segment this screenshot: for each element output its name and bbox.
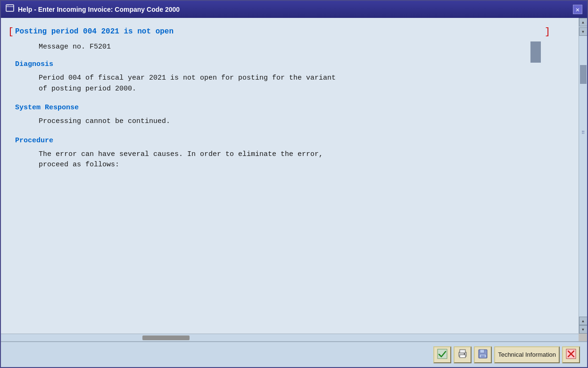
- print-button[interactable]: [454, 346, 472, 363]
- bottom-action-bar: Technical Information: [1, 341, 587, 367]
- confirm-button[interactable]: [433, 346, 451, 363]
- error-section: [ ] Posting period 004 2021 is not open: [15, 27, 564, 36]
- title-bar-left: ✎ Help - Enter Incoming Invoice: Company…: [6, 4, 180, 15]
- technical-info-label: Technical Information: [498, 351, 556, 358]
- system-response-content: Processing cannot be continued.: [39, 116, 564, 127]
- title-bar: ✎ Help - Enter Incoming Invoice: Company…: [1, 1, 587, 18]
- save-icon: [478, 349, 488, 360]
- scroll-thumb[interactable]: [580, 65, 587, 84]
- scroll-track: ⠿: [579, 36, 587, 317]
- system-response-label: System Response: [15, 104, 564, 112]
- svg-rect-6: [460, 355, 465, 358]
- h-scroll-thumb[interactable]: [142, 335, 190, 340]
- scroll-grip: ⠿: [579, 130, 587, 136]
- main-window: ✎ Help - Enter Incoming Invoice: Company…: [0, 0, 588, 368]
- gray-box-decoration: [530, 41, 541, 63]
- main-content: [ ] Posting period 004 2021 is not open …: [1, 18, 579, 334]
- svg-text:✎: ✎: [7, 4, 8, 7]
- scroll-down-bottom-button[interactable]: ▼: [579, 325, 588, 334]
- horizontal-scrollbar: [1, 334, 579, 341]
- window-title: Help - Enter Incoming Invoice: Company C…: [18, 6, 180, 13]
- h-scroll-track: [1, 335, 579, 341]
- message-number: Message no. F5201: [39, 43, 564, 51]
- cancel-icon: [566, 349, 576, 360]
- vertical-scrollbar[interactable]: ▲ ▼ ⠿ ▲ ▼: [579, 18, 587, 334]
- confirm-icon: [437, 349, 447, 360]
- content-area: [ ] Posting period 004 2021 is not open …: [1, 18, 587, 334]
- print-icon: [457, 349, 468, 360]
- scroll-up-bottom-button[interactable]: ▲: [579, 317, 588, 325]
- diagnosis-label: Diagnosis: [15, 60, 564, 68]
- technical-information-button[interactable]: Technical Information: [494, 346, 560, 363]
- diagnosis-content: Period 004 of fiscal year 2021 is not op…: [39, 73, 564, 94]
- procedure-label: Procedure: [15, 137, 564, 145]
- help-icon: ✎: [6, 4, 14, 15]
- save-button[interactable]: [474, 346, 492, 363]
- bracket-left: [: [8, 27, 14, 37]
- procedure-content: The error can have several causes. In or…: [39, 149, 564, 171]
- svg-rect-11: [481, 355, 485, 357]
- svg-rect-9: [480, 350, 484, 353]
- window-close-button[interactable]: ✕: [573, 5, 582, 14]
- cancel-button[interactable]: [562, 346, 580, 363]
- scroll-down-top-button[interactable]: ▼: [579, 27, 588, 36]
- svg-rect-5: [460, 350, 465, 353]
- scroll-up-button[interactable]: ▲: [579, 18, 588, 26]
- svg-point-7: [464, 353, 465, 355]
- error-title: Posting period 004 2021 is not open: [15, 27, 564, 36]
